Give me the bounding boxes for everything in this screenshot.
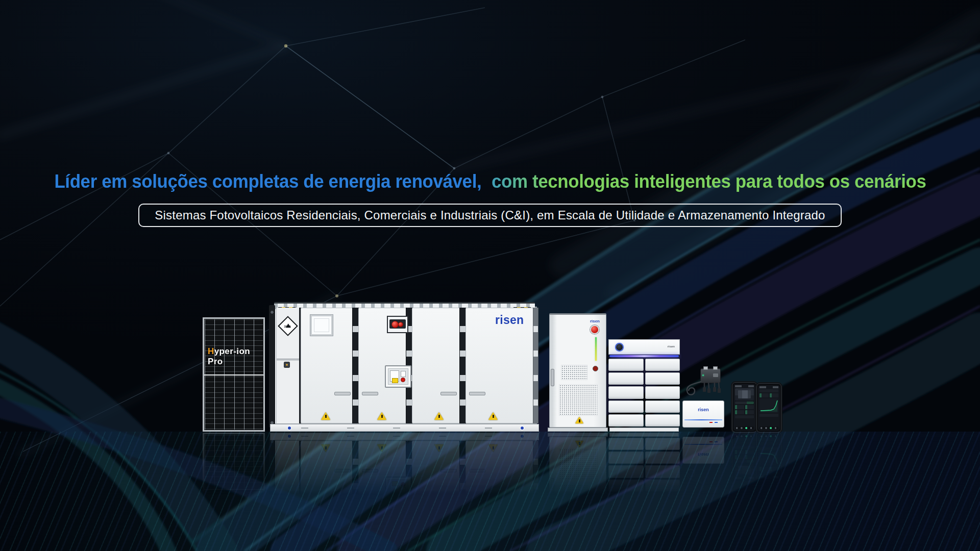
battery-stack-product: risen [608,339,680,432]
emergency-stop-strip [389,319,406,329]
container-corner-post [269,305,275,428]
cabinet-led-indicator-strip [595,337,597,361]
pcs-cabinet-product: risen [549,313,606,428]
inverter-brand-logo: risen [683,407,724,412]
product-lineup: Hyper-ion Pro 3536 [0,302,980,432]
warning-triangle-icon-1 [321,412,330,420]
cabinet-emergency-stop-icon [590,325,599,334]
stat-tile [745,405,754,409]
door-handle-4 [469,392,485,395]
door-handle-3 [440,392,457,395]
phone-l-stat-tiles [735,405,754,414]
phone-app-home-screen [732,382,757,433]
headline-blue-part: Líder em soluções completas de energia r… [54,171,481,192]
alarm-indicator-icon [398,322,403,327]
hero-headline: Líder em soluções completas de energia r… [0,171,980,192]
hero-banner: Líder em soluções completas de energia r… [0,0,980,551]
headline-green-part: com tecnologias inteligentes para todos … [492,171,926,192]
warning-triangle-icon-4 [488,412,498,420]
hazard-un-code: 3536 [284,325,290,328]
battery-module [608,359,644,371]
emergency-stop-button-icon [391,321,399,328]
battery-module [608,400,644,413]
phone-app-dashboard-screen [756,383,781,433]
container-brand-logo: risen [495,313,524,327]
inverter-blue-stripe [684,419,722,420]
bess-container-product: 3536 [269,302,540,432]
phone-l-status-pill [735,402,754,404]
stat-tile [760,393,769,397]
phone-r-statusbar [760,386,778,388]
solar-label-accent-letter: H [208,346,214,356]
battery-control-head: risen [608,339,680,355]
battery-module [645,372,680,385]
phone-r-stat-tiles [760,393,778,397]
battery-led-glow-strip [609,355,679,357]
warning-triangle-icon-2 [377,412,386,420]
base-markings [301,428,508,429]
battery-module [645,414,680,427]
string-inverter-product: risen [682,400,724,428]
control-indicator-chip [401,371,406,377]
side-panel-seam [277,359,299,361]
phone-l-screen [733,384,755,431]
control-yellow-tag [392,378,398,383]
door-handle-2 [362,392,378,395]
phone-r-list-row [760,414,778,417]
battery-base [609,428,679,432]
solar-panel-divider [204,374,263,375]
phone-r-screen [758,385,780,431]
control-red-button-icon [401,378,405,382]
stat-tile [770,393,779,397]
battery-brand-logo: risen [668,345,675,348]
cabinet-round-button-icon [593,366,598,371]
battery-module [645,400,680,413]
container-access-window [310,315,333,336]
phone-r-power-chart [760,398,778,413]
cabinet-base [548,428,608,432]
battery-module [645,359,680,371]
inverter-blue-indicator [715,422,718,423]
container-door-3 [412,308,460,423]
battery-module [608,414,644,427]
door-handle-1 [334,392,351,395]
stat-tile [745,410,754,414]
base-logo-dot-right [521,427,524,430]
container-right-frame [533,308,538,423]
hero-subtitle-pill: Sistemas Fotovoltaicos Residenciais, Com… [138,204,841,227]
phone-l-bottom-nav [735,427,754,430]
phone-r-bottom-nav [760,427,778,430]
cabinet-warning-triangle-icon [575,417,583,423]
microinverter-product [700,368,721,383]
lithium-battery-hazard-placard: 3536 [278,316,298,336]
phone-l-list-row [735,415,754,418]
microinverter-label-patch [713,373,718,377]
container-base-frame [270,424,539,432]
stat-tile [735,405,744,409]
cabinet-vent-small [561,365,587,380]
stat-tile [735,410,744,414]
emergency-stop-panel [387,316,408,333]
cabinet-vent-large [559,384,598,416]
cabinet-door-handle [551,369,554,386]
solar-label-rest: yper-ion Pro [208,346,250,366]
battery-module [608,386,644,398]
phone-r-header-row [760,389,778,392]
solar-panel-model-label: Hyper-ion Pro [208,346,263,367]
hero-subtitle-wrap: Sistemas Fotovoltaicos Residenciais, Com… [0,204,980,227]
control-access-panel [385,365,411,388]
battery-module [645,386,680,398]
warning-triangle-icon-3 [434,412,444,420]
container-side-panel: 3536 [276,308,301,423]
battery-module [608,372,644,385]
solar-panel-product: Hyper-ion Pro [203,317,265,432]
battery-module-grid [608,359,680,427]
cabinet-brand-logo: risen [590,319,600,323]
side-panel-lock-icon [284,362,290,368]
battery-power-knob-icon [616,344,623,350]
microinverter-led-icon [702,374,704,376]
inverter-red-indicator [709,422,713,423]
phone-l-energy-flow-illustration [735,388,754,400]
hero-headline-inner: Líder em soluções completas de energia r… [54,171,926,192]
control-panel-inner [388,368,408,385]
